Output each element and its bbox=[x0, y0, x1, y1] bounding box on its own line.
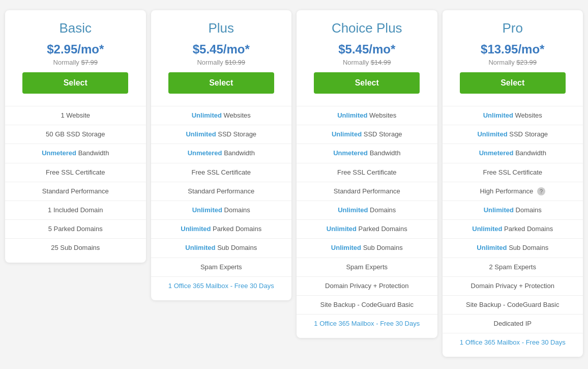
feature-item: Unlimited Sub Domains bbox=[297, 238, 437, 257]
card-header-basic: Basic$2.95/mo*Normally $7.99Select bbox=[5, 10, 146, 106]
feature-item: 1 Office 365 Mailbox - Free 30 Days bbox=[443, 333, 583, 352]
card-header-pro: Pro$13.95/mo*Normally $23.99Select bbox=[443, 10, 583, 106]
select-button-plus[interactable]: Select bbox=[168, 72, 274, 94]
feature-item: Unlimited Websites bbox=[297, 106, 437, 125]
feature-item: High Performance ? bbox=[443, 182, 583, 201]
plan-price-basic: $2.95/mo* bbox=[13, 42, 138, 56]
feature-item: Unmetered Bandwidth bbox=[297, 144, 437, 162]
help-icon[interactable]: ? bbox=[537, 187, 545, 195]
feature-item: Site Backup - CodeGuard Basic bbox=[443, 295, 583, 314]
feature-item: Domain Privacy + Protection bbox=[297, 276, 437, 295]
card-header-plus: Plus$5.45/mo*Normally $10.99Select bbox=[151, 10, 292, 106]
plan-name-plus: Plus bbox=[159, 20, 284, 36]
feature-item: 5 Parked Domains bbox=[5, 219, 146, 238]
feature-item: Free SSL Certificate bbox=[151, 163, 292, 182]
feature-item: Unlimited Parked Domains bbox=[297, 219, 437, 238]
feature-item: Unmetered Bandwidth bbox=[151, 144, 292, 162]
plan-price-pro: $13.95/mo* bbox=[451, 42, 575, 56]
feature-item: Standard Performance bbox=[151, 182, 292, 201]
feature-item: 50 GB SSD Storage bbox=[5, 125, 146, 144]
feature-item: Unlimited SSD Storage bbox=[443, 125, 583, 144]
pricing-container: Basic$2.95/mo*Normally $7.99Select1 Webs… bbox=[5, 10, 583, 357]
feature-item: 25 Sub Domains bbox=[5, 238, 146, 257]
plan-normally-plus: Normally $10.99 bbox=[159, 59, 284, 66]
plan-name-choice-plus: Choice Plus bbox=[305, 20, 429, 36]
feature-item: Unlimited Domains bbox=[297, 201, 437, 219]
feature-item: Spam Experts bbox=[151, 258, 292, 276]
feature-item: 1 Website bbox=[5, 106, 146, 125]
feature-list-choice-plus: Unlimited WebsitesUnlimited SSD StorageU… bbox=[297, 106, 437, 333]
feature-item: Unlimited Sub Domains bbox=[151, 238, 292, 257]
feature-item: 2 Spam Experts bbox=[443, 258, 583, 276]
plan-name-basic: Basic bbox=[13, 20, 138, 36]
pricing-card-choice-plus: Choice Plus$5.45/mo*Normally $14.99Selec… bbox=[297, 10, 437, 338]
feature-list-pro: Unlimited WebsitesUnlimited SSD StorageU… bbox=[443, 106, 583, 352]
feature-list-basic: 1 Website50 GB SSD StorageUnmetered Band… bbox=[5, 106, 146, 258]
feature-item: Unlimited Sub Domains bbox=[443, 238, 583, 257]
pricing-card-basic: Basic$2.95/mo*Normally $7.99Select1 Webs… bbox=[5, 10, 146, 263]
feature-item: Standard Performance bbox=[5, 182, 146, 201]
feature-item: Site Backup - CodeGuard Basic bbox=[297, 295, 437, 314]
feature-item: Dedicated IP bbox=[443, 314, 583, 333]
pricing-card-pro: Pro$13.95/mo*Normally $23.99SelectUnlimi… bbox=[443, 10, 583, 357]
feature-item: Free SSL Certificate bbox=[5, 163, 146, 182]
plan-normally-choice-plus: Normally $14.99 bbox=[305, 59, 429, 66]
feature-item: Unlimited SSD Storage bbox=[151, 125, 292, 144]
feature-item: 1 Included Domain bbox=[5, 201, 146, 219]
plan-name-pro: Pro bbox=[451, 20, 575, 36]
feature-item: Domain Privacy + Protection bbox=[443, 276, 583, 295]
feature-item: Unlimited Parked Domains bbox=[151, 219, 292, 238]
card-header-choice-plus: Choice Plus$5.45/mo*Normally $14.99Selec… bbox=[297, 10, 437, 106]
feature-item: Unmetered Bandwidth bbox=[443, 144, 583, 162]
plan-normally-basic: Normally $7.99 bbox=[13, 59, 138, 66]
feature-item: Unlimited Websites bbox=[151, 106, 292, 125]
feature-item: Free SSL Certificate bbox=[443, 163, 583, 182]
plan-price-plus: $5.45/mo* bbox=[159, 42, 284, 56]
feature-item: Unlimited Domains bbox=[151, 201, 292, 219]
plan-price-choice-plus: $5.45/mo* bbox=[305, 42, 429, 56]
select-button-basic[interactable]: Select bbox=[22, 72, 128, 94]
feature-item: 1 Office 365 Mailbox - Free 30 Days bbox=[151, 276, 292, 295]
feature-item: Unlimited Parked Domains bbox=[443, 219, 583, 238]
select-button-choice-plus[interactable]: Select bbox=[314, 72, 420, 94]
feature-item: Free SSL Certificate bbox=[297, 163, 437, 182]
feature-item: Standard Performance bbox=[297, 182, 437, 201]
feature-list-plus: Unlimited WebsitesUnlimited SSD StorageU… bbox=[151, 106, 292, 295]
feature-item: Unlimited Websites bbox=[443, 106, 583, 125]
select-button-pro[interactable]: Select bbox=[460, 72, 566, 94]
plan-normally-pro: Normally $23.99 bbox=[451, 59, 575, 66]
pricing-card-plus: Plus$5.45/mo*Normally $10.99SelectUnlimi… bbox=[151, 10, 292, 300]
feature-item: 1 Office 365 Mailbox - Free 30 Days bbox=[297, 314, 437, 333]
feature-item: Unmetered Bandwidth bbox=[5, 144, 146, 162]
feature-item: Unlimited Domains bbox=[443, 201, 583, 219]
feature-item: Spam Experts bbox=[297, 258, 437, 276]
feature-item: Unlimited SSD Storage bbox=[297, 125, 437, 144]
